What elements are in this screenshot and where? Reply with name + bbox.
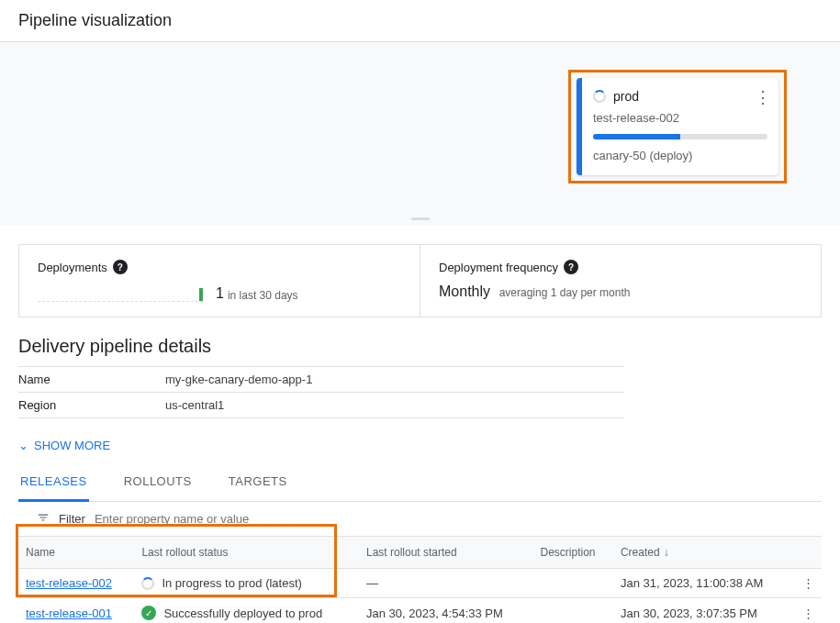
stats-row: Deployments ? 1 in last 30 days Deployme… (18, 244, 822, 317)
details-row: Name my-gke-canary-demo-app-1 (18, 366, 624, 393)
filter-row: Filter (18, 502, 822, 537)
spinner-icon (141, 577, 154, 590)
filter-label: Filter (59, 512, 85, 526)
frequency-label: Deployment frequency (439, 261, 558, 274)
deployments-suffix: in last 30 days (228, 289, 298, 302)
description-cell (533, 569, 613, 598)
col-status[interactable]: Last rollout status (134, 537, 359, 569)
tab-targets[interactable]: TARGETS (227, 463, 289, 501)
pipeline-visualization-canvas: prod ⋮ test-release-002 canary-50 (deplo… (0, 42, 840, 226)
chevron-down-icon: ⌄ (18, 439, 28, 452)
table-row: test-release-002 In progress to prod (la… (18, 569, 822, 598)
sort-down-icon: ↓ (664, 546, 669, 559)
show-more-button[interactable]: ⌄ SHOW MORE (0, 428, 840, 463)
target-card-prod[interactable]: prod ⋮ test-release-002 canary-50 (deplo… (577, 78, 778, 175)
status-text: Successfully deployed to prod (163, 606, 322, 620)
table-row: test-release-001 ✓Successfully deployed … (18, 598, 822, 624)
target-name: prod (613, 89, 639, 104)
col-started[interactable]: Last rollout started (359, 537, 533, 569)
deployments-count: 1 (216, 285, 224, 302)
release-link[interactable]: test-release-001 (26, 606, 112, 620)
details-label: Region (18, 398, 165, 412)
target-release: test-release-002 (593, 111, 767, 125)
details-title: Delivery pipeline details (18, 336, 822, 357)
col-name[interactable]: Name (18, 537, 134, 569)
release-link[interactable]: test-release-002 (26, 576, 112, 590)
filter-icon[interactable] (37, 511, 50, 527)
created-cell: Jan 30, 2023, 3:07:35 PM (613, 598, 794, 624)
highlight-box-target: prod ⋮ test-release-002 canary-50 (deplo… (568, 70, 787, 184)
started-cell: — (359, 569, 533, 598)
col-description[interactable]: Description (533, 537, 613, 569)
status-text: In progress to prod (latest) (162, 576, 301, 590)
details-value: us-central1 (165, 398, 224, 412)
deployments-sparkline (38, 284, 203, 302)
check-icon: ✓ (141, 606, 156, 620)
kebab-icon[interactable]: ⋮ (794, 598, 822, 624)
deployments-stat: Deployments ? 1 in last 30 days (19, 245, 420, 317)
details-label: Name (18, 373, 165, 386)
deployments-label: Deployments (38, 261, 107, 274)
releases-table: Name Last rollout status Last rollout st… (18, 537, 822, 623)
progress-bar (593, 134, 767, 139)
filter-input[interactable] (95, 512, 803, 526)
details-value: my-gke-canary-demo-app-1 (165, 373, 312, 386)
help-icon[interactable]: ? (113, 260, 128, 274)
card-accent (577, 78, 582, 175)
target-phase: canary-50 (deploy) (593, 149, 767, 162)
frequency-suffix: averaging 1 day per month (499, 286, 631, 299)
frequency-stat: Deployment frequency ? Monthly averaging… (420, 245, 821, 317)
frequency-value: Monthly (439, 284, 490, 299)
tab-rollouts[interactable]: ROLLOUTS (122, 463, 194, 501)
details-row: Region us-central1 (18, 393, 624, 418)
tab-releases[interactable]: RELEASES (18, 463, 89, 502)
created-cell: Jan 31, 2023, 11:00:38 AM (613, 569, 794, 598)
tabs: RELEASES ROLLOUTS TARGETS (18, 463, 822, 502)
description-cell (533, 598, 613, 624)
started-cell: Jan 30, 2023, 4:54:33 PM (359, 598, 533, 624)
col-actions (794, 537, 822, 569)
page-title: Pipeline visualization (0, 0, 840, 42)
resize-handle[interactable] (0, 216, 840, 222)
kebab-icon[interactable]: ⋮ (755, 87, 771, 107)
col-created[interactable]: Created↓ (613, 537, 794, 569)
show-more-label: SHOW MORE (34, 439, 110, 452)
spinner-icon (593, 90, 606, 103)
details-table: Name my-gke-canary-demo-app-1 Region us-… (18, 366, 624, 418)
kebab-icon[interactable]: ⋮ (794, 569, 822, 598)
progress-fill (593, 134, 680, 139)
help-icon[interactable]: ? (564, 260, 578, 274)
